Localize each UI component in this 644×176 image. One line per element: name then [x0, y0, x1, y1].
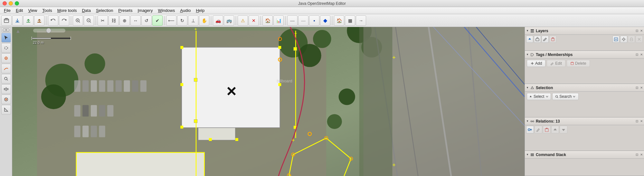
command-stack-close-icon[interactable]: ✕ — [640, 153, 643, 156]
reverse-button[interactable]: ↔ — [130, 15, 141, 26]
bus-preset-button[interactable]: 🚌 — [224, 15, 234, 26]
tags-detach-icon[interactable]: ⊡ — [636, 53, 638, 56]
scroll-tool[interactable] — [2, 28, 11, 32]
zoom-in-button[interactable] — [73, 15, 83, 26]
warning-button[interactable]: ⚠ — [238, 15, 248, 26]
delete-button[interactable]: ✕ — [249, 15, 259, 26]
layer-lock-button[interactable] — [628, 36, 635, 43]
search-button[interactable]: Search — [552, 93, 579, 100]
pan-button[interactable]: ✋ — [199, 15, 209, 26]
relation-delete-button[interactable] — [543, 126, 551, 134]
toolbar-sep-5 — [211, 16, 211, 25]
selection-close-icon[interactable]: ✕ — [640, 86, 643, 89]
tags-close-icon[interactable]: ✕ — [640, 53, 643, 56]
combine-button[interactable]: ⛓ — [109, 15, 119, 26]
extrude-button[interactable]: ⊥ — [188, 15, 198, 26]
layer-delete-button[interactable] — [549, 36, 556, 43]
scale-label: 22.0 m — [32, 41, 44, 44]
download-button[interactable] — [12, 15, 23, 26]
relation-add-membership-button[interactable] — [526, 126, 534, 134]
command-stack-collapse-icon[interactable]: ▼ — [526, 153, 529, 156]
command-stack-detach-icon[interactable]: ⊡ — [636, 153, 638, 156]
menu-file[interactable]: File — [1, 7, 13, 14]
scissors-button[interactable]: ✂ — [98, 15, 108, 26]
selection-collapse-icon[interactable]: ▼ — [526, 86, 529, 89]
upload-button[interactable] — [34, 15, 44, 26]
menu-selection[interactable]: Selection — [93, 7, 116, 14]
layer-up-button[interactable] — [526, 36, 533, 43]
zoom-glass-tool[interactable] — [1, 74, 11, 84]
validate-button[interactable]: ✔ — [152, 15, 163, 26]
car-preset-button[interactable]: 🚗 — [213, 15, 223, 26]
select-tool-btn[interactable] — [1, 33, 11, 42]
layer-button[interactable]: ▪ — [309, 15, 319, 26]
menu-view[interactable]: View — [25, 7, 40, 14]
lasso-tool[interactable] — [1, 43, 11, 53]
select-dropdown[interactable]: Select — [527, 93, 551, 100]
relation-edit-button[interactable] — [535, 126, 542, 134]
layers-close-icon[interactable]: ✕ — [640, 29, 643, 32]
toolbar-sep-3 — [96, 16, 96, 25]
tags-edit-button[interactable]: Edit — [547, 60, 565, 67]
relations-collapse-icon[interactable]: ▼ — [526, 120, 529, 123]
close-button[interactable] — [3, 1, 7, 5]
gpx-button[interactable]: — — [287, 15, 298, 26]
connect-tool[interactable] — [1, 95, 11, 104]
tags-title: Tags / Memberships — [536, 52, 634, 57]
way-tool[interactable] — [1, 64, 11, 73]
layer-visibility-button[interactable] — [534, 36, 541, 43]
layers-icon — [530, 29, 535, 33]
maximize-button[interactable] — [15, 1, 19, 5]
svg-rect-90 — [531, 32, 534, 32]
zoom-out-button[interactable] — [84, 15, 94, 26]
home-button[interactable]: 🏠 — [334, 15, 344, 26]
undo-button[interactable] — [48, 15, 58, 26]
layers-detach-icon[interactable]: ⊡ — [636, 29, 638, 32]
grid-button[interactable]: ▦ — [345, 15, 355, 26]
layers-collapse-icon[interactable]: ▼ — [526, 29, 529, 32]
menu-data[interactable]: Data — [79, 7, 93, 14]
node-tool[interactable] — [1, 53, 11, 63]
relations-detach-icon[interactable]: ⊡ — [636, 119, 638, 123]
menu-audio[interactable]: Audio — [177, 7, 193, 14]
menu-bar: File Edit View Tools More tools Data Sel… — [0, 7, 644, 14]
menu-imagery[interactable]: Imagery — [135, 7, 155, 14]
marker-button[interactable]: ◆ — [320, 15, 330, 26]
menu-edit[interactable]: Edit — [13, 7, 25, 14]
angle-tool[interactable] — [1, 105, 11, 115]
menu-windows[interactable]: Windows — [155, 7, 177, 14]
layer-edit-button[interactable] — [542, 36, 549, 43]
relations-close-icon[interactable]: ✕ — [640, 119, 643, 123]
building-preset-button[interactable]: 🏠 — [262, 15, 273, 26]
layer-settings-button[interactable] — [620, 36, 627, 43]
back-button[interactable]: → — [356, 15, 366, 26]
tags-collapse-icon[interactable]: ▼ — [526, 53, 529, 56]
layer-add-button[interactable] — [612, 36, 620, 43]
move-tool-button[interactable]: ⟵ — [166, 15, 176, 26]
save-local-button[interactable] — [23, 15, 33, 26]
open-file-button[interactable] — [1, 15, 12, 26]
redo-button[interactable] — [59, 15, 69, 26]
minimize-button[interactable] — [9, 1, 13, 5]
map-preset-button[interactable]: 📊 — [273, 15, 284, 26]
rotate-tool-button[interactable]: ↻ — [177, 15, 187, 26]
merge-button[interactable]: ⊕ — [119, 15, 130, 26]
menu-presets[interactable]: Presets — [116, 7, 135, 14]
tags-add-button[interactable]: Add — [527, 60, 545, 67]
map-viewport[interactable]: ✕ billboard + + — [12, 27, 525, 176]
relation-down-button[interactable] — [560, 126, 567, 134]
extrude-tool[interactable] — [1, 84, 11, 94]
svg-marker-96 — [531, 53, 534, 56]
selection-panel: ▼ Selection ⊡ ✕ Select Search — [525, 84, 644, 117]
refresh-button[interactable]: ↺ — [141, 15, 152, 26]
layer-close-button[interactable] — [636, 36, 643, 43]
zoom-slider[interactable] — [33, 29, 65, 32]
relation-up-button[interactable] — [551, 126, 559, 134]
selection-detach-icon[interactable]: ⊡ — [636, 86, 638, 89]
menu-tools[interactable]: Tools — [40, 7, 54, 14]
menu-help[interactable]: Help — [193, 7, 207, 14]
tags-delete-button[interactable]: Delete — [567, 60, 590, 67]
gpx2-button[interactable]: — — [298, 15, 308, 26]
layers-title: Layers — [536, 29, 634, 33]
menu-more-tools[interactable]: More tools — [55, 7, 80, 14]
